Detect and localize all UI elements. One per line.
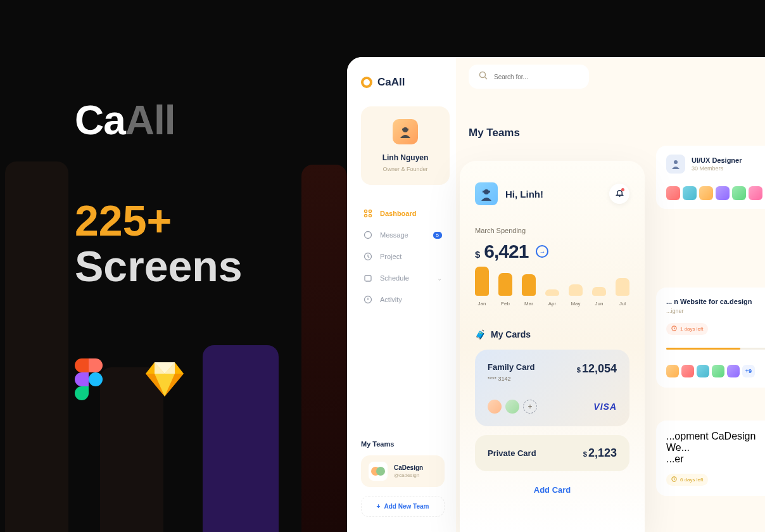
mobile-overlay: Hi, Linh! March Spending $ 6,421 JanFebM… — [460, 161, 645, 532]
sidebar-my-teams-title: My Teams — [361, 440, 445, 448]
bar-column[interactable]: Jun — [592, 287, 606, 307]
member-avatar[interactable] — [666, 186, 680, 200]
greeting: Hi, Linh! — [505, 189, 543, 200]
team-card[interactable]: CaDesign @cadesign — [361, 455, 445, 487]
bar-label: Jun — [595, 301, 604, 307]
progress-fill — [666, 348, 740, 350]
family-card[interactable]: Family Card **** 3142 $12,054 + VISA — [475, 350, 629, 426]
promo-block: CaAll 225+ Screens — [75, 98, 243, 403]
member-avatar[interactable] — [712, 365, 724, 377]
add-team-label: Add New Team — [384, 503, 429, 510]
nav-activity[interactable]: Activity — [361, 289, 450, 310]
bar — [475, 267, 489, 296]
bar-column[interactable]: Jul — [616, 278, 629, 307]
figma-icon — [75, 358, 103, 403]
sketch-icon — [146, 362, 184, 399]
bell-icon — [615, 188, 624, 200]
team-panel[interactable]: UI/UX Designer 30 Members ••• — [656, 146, 765, 209]
bar — [592, 287, 606, 296]
private-card[interactable]: Private Card $2,123 — [475, 435, 629, 471]
member-avatar[interactable] — [716, 186, 730, 200]
nav-dashboard[interactable]: Dashboard — [361, 203, 450, 224]
member-avatar[interactable] — [732, 186, 746, 200]
card-number: **** 3142 — [488, 376, 534, 382]
message-badge: 5 — [433, 232, 442, 239]
member-avatar[interactable] — [683, 186, 697, 200]
member-avatar[interactable] — [488, 400, 502, 414]
search-input[interactable] — [494, 73, 579, 80]
bar-column[interactable]: Mar — [522, 274, 536, 307]
nav: Dashboard Message 5 Project — [361, 203, 450, 310]
schedule-icon — [364, 274, 372, 282]
chevron-down-icon: ⌄ — [437, 275, 442, 282]
member-avatar[interactable] — [727, 365, 740, 377]
bar-label: Jul — [619, 301, 626, 307]
logo[interactable]: CaAll — [361, 76, 450, 89]
member-avatar[interactable] — [699, 186, 713, 200]
card-members: + — [488, 400, 537, 414]
member-avatar[interactable] — [749, 186, 762, 200]
svg-rect-8 — [82, 372, 89, 386]
deadline-text: 6 days left — [680, 477, 703, 483]
add-team-button[interactable]: + Add New Team — [361, 496, 445, 517]
nav-label: Activity — [380, 296, 402, 303]
notifications-button[interactable] — [609, 184, 629, 204]
team-panel-avatar — [666, 155, 685, 174]
currency: $ — [475, 249, 480, 260]
bar-label: Feb — [501, 301, 510, 307]
add-member-button[interactable]: + — [523, 400, 537, 414]
nav-message[interactable]: Message 5 — [361, 224, 450, 246]
member-avatar[interactable] — [505, 400, 519, 414]
member-avatar[interactable] — [697, 365, 709, 377]
bar-column[interactable]: Jan — [475, 267, 489, 307]
more-members[interactable]: +9 — [742, 365, 755, 377]
deadline-pill: 6 days left — [666, 474, 708, 486]
card-brand: VISA — [593, 402, 617, 412]
project-card[interactable]: ...opment CaDesign We... ...er ••• 6 day… — [656, 421, 765, 496]
svg-point-20 — [365, 215, 367, 217]
bar-label: Jan — [478, 301, 486, 307]
add-card-button[interactable]: Add Card — [475, 485, 629, 495]
nav-project[interactable]: Project — [361, 246, 450, 267]
activity-icon — [364, 295, 372, 304]
project-title: ... n Website for ca.design — [666, 298, 765, 305]
card-balance: $12,054 — [577, 362, 617, 376]
nav-schedule[interactable]: Schedule ⌄ — [361, 267, 450, 289]
bar — [569, 284, 583, 296]
search-icon — [479, 71, 488, 82]
user-card[interactable]: Linh Nguyen Owner & Founder — [361, 106, 450, 185]
user-name: Linh Nguyen — [367, 153, 443, 162]
wallet-icon: 🧳 — [475, 329, 486, 339]
bar-column[interactable]: Feb — [498, 273, 512, 307]
bg-column — [301, 165, 347, 532]
team-panel-members: 30 Members — [692, 165, 765, 172]
svg-point-26 — [480, 72, 486, 78]
spending-amount: 6,421 — [484, 241, 528, 262]
bar — [498, 273, 512, 296]
clock-icon — [671, 476, 677, 483]
brand-part-b: All — [125, 98, 175, 143]
svg-rect-24 — [365, 276, 371, 281]
member-avatar[interactable] — [681, 365, 694, 377]
svg-rect-7 — [82, 358, 89, 372]
sidebar-my-teams: My Teams CaDesign @cadesign + Add New Te… — [361, 440, 445, 517]
grid-icon — [364, 209, 372, 218]
deadline-pill: 1 days left — [666, 323, 708, 335]
details-arrow-button[interactable] — [536, 245, 548, 258]
project-icon — [364, 252, 372, 261]
bar-column[interactable]: May — [569, 284, 583, 307]
logo-text: CaAll — [377, 76, 405, 89]
team-avatar-row — [666, 186, 765, 200]
brand-part-a: Ca — [75, 98, 125, 143]
member-avatar[interactable] — [666, 365, 679, 377]
my-teams-title: My Teams — [469, 127, 765, 139]
project-card[interactable]: ... n Website for ca.design ...igner •••… — [656, 288, 765, 388]
search-box[interactable] — [469, 65, 589, 89]
deadline-text: 1 days left — [680, 326, 703, 332]
project-title: ...opment CaDesign We... — [666, 431, 765, 453]
nav-label: Dashboard — [380, 210, 416, 217]
avatar[interactable] — [475, 182, 498, 205]
bar-column[interactable]: Apr — [545, 289, 559, 307]
brand-wordmark: CaAll — [75, 98, 243, 142]
nav-label: Schedule — [380, 274, 409, 282]
